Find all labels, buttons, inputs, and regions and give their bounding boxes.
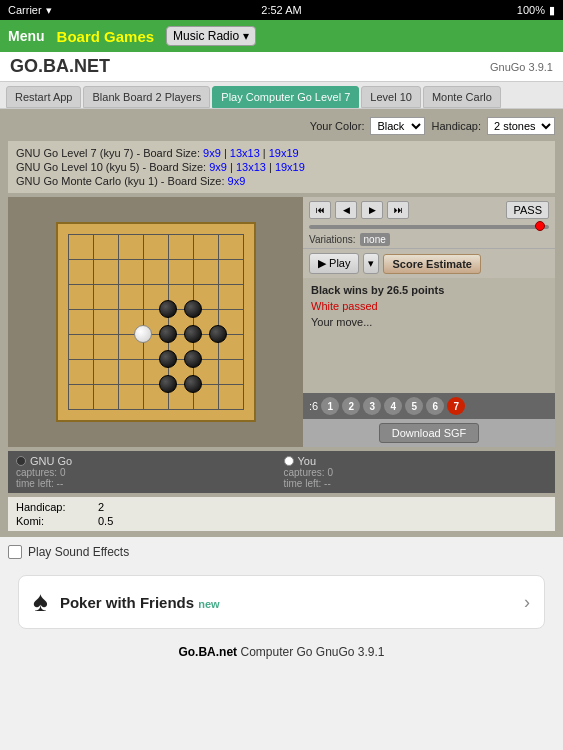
go-board[interactable] bbox=[56, 222, 256, 422]
download-sgf-button[interactable]: Download SGF bbox=[379, 423, 480, 443]
right-panel: ⏮ ◀ ▶ ⏭ PASS Variations: none ▶ Play bbox=[303, 197, 555, 447]
sound-effects-label: Play Sound Effects bbox=[28, 545, 129, 559]
mc-9x9[interactable]: 9x9 bbox=[228, 175, 246, 187]
below-game: Play Sound Effects ♠ Poker with Friends … bbox=[0, 537, 563, 637]
your-color-label: Your Color: bbox=[310, 120, 365, 132]
carrier-label: Carrier bbox=[8, 4, 42, 16]
tab-play-computer[interactable]: Play Computer Go Level 7 bbox=[212, 86, 359, 108]
play-dropdown-button[interactable]: ▾ bbox=[363, 253, 379, 274]
black-stone bbox=[184, 300, 202, 318]
black-stone bbox=[159, 300, 177, 318]
menu-button[interactable]: Menu bbox=[8, 28, 45, 44]
move-num-5[interactable]: 5 bbox=[405, 397, 423, 415]
move-num-4[interactable]: 4 bbox=[384, 397, 402, 415]
player-gnu-panel: GNU Go captures: 0 time left: -- bbox=[16, 455, 280, 489]
footer: Go.BA.net Computer Go GnuGo 3.9.1 bbox=[0, 637, 563, 667]
game-info: Black wins by 26.5 points White passed Y… bbox=[303, 278, 555, 393]
new-badge: new bbox=[198, 598, 219, 610]
move-num-1[interactable]: 1 bbox=[321, 397, 339, 415]
black-stone bbox=[184, 325, 202, 343]
slider-row bbox=[303, 223, 555, 231]
tab-level-10[interactable]: Level 10 bbox=[361, 86, 421, 108]
play-button[interactable]: ▶ Play bbox=[309, 253, 359, 274]
level7-9x9[interactable]: 9x9 bbox=[203, 147, 224, 159]
level7-19x19[interactable]: 19x19 bbox=[269, 147, 299, 159]
level10-9x9[interactable]: 9x9 bbox=[209, 161, 230, 173]
handicap-label: Handicap: bbox=[431, 120, 481, 132]
footer-bold: Go.BA.net bbox=[178, 645, 237, 659]
site-title: GO.BA.NET bbox=[10, 56, 110, 77]
pass-button[interactable]: PASS bbox=[506, 201, 549, 219]
level7-text: GNU Go Level 7 (kyu 7) - Board Size: bbox=[16, 147, 200, 159]
level10-19x19[interactable]: 19x19 bbox=[275, 161, 305, 173]
white-passed-text: White passed bbox=[311, 300, 547, 312]
white-stone bbox=[134, 325, 152, 343]
playback-controls: ⏮ ◀ ▶ ⏭ PASS bbox=[303, 197, 555, 223]
version-label: GnuGo 3.9.1 bbox=[490, 61, 553, 73]
move-colon: :6 bbox=[309, 400, 318, 412]
black-stone bbox=[159, 350, 177, 368]
your-move-text: Your move... bbox=[311, 316, 547, 328]
move-num-3[interactable]: 3 bbox=[363, 397, 381, 415]
black-wins-text: Black wins by 26.5 points bbox=[311, 284, 547, 296]
move-number-bar: :6 1 2 3 4 5 6 7 bbox=[303, 393, 555, 419]
tab-bar: Restart App Blank Board 2 Players Play C… bbox=[0, 82, 563, 109]
tab-blank-board[interactable]: Blank Board 2 Players bbox=[83, 86, 210, 108]
tab-monte-carlo[interactable]: Monte Carlo bbox=[423, 86, 501, 108]
grid-line bbox=[218, 234, 219, 410]
position-slider[interactable] bbox=[309, 225, 549, 229]
black-stone bbox=[184, 375, 202, 393]
level7-13x13[interactable]: 13x13 bbox=[230, 147, 263, 159]
poker-ad-banner[interactable]: ♠ Poker with Friends new › bbox=[18, 575, 545, 629]
grid-line bbox=[93, 234, 94, 410]
poker-ad-title: Poker with Friends new bbox=[60, 594, 512, 611]
grid-line bbox=[243, 234, 244, 410]
battery-icon: ▮ bbox=[549, 4, 555, 17]
color-select[interactable]: Black White bbox=[370, 117, 425, 135]
black-stone bbox=[209, 325, 227, 343]
footer-text: Computer Go GnuGo 3.9.1 bbox=[240, 645, 384, 659]
gnu-captures: captures: 0 bbox=[16, 467, 280, 478]
you-time-left: time left: -- bbox=[284, 478, 548, 489]
black-stone bbox=[159, 375, 177, 393]
music-radio-label: Music Radio bbox=[173, 29, 239, 43]
komi-stat-value: 0.5 bbox=[98, 515, 148, 527]
arrow-icon: › bbox=[524, 592, 530, 613]
next-move-button[interactable]: ▶ bbox=[361, 201, 383, 219]
app-header: GO.BA.NET GnuGo 3.9.1 bbox=[0, 52, 563, 82]
move-num-7[interactable]: 7 bbox=[447, 397, 465, 415]
sound-effects-row: Play Sound Effects bbox=[8, 545, 555, 559]
spade-icon: ♠ bbox=[33, 586, 48, 618]
mc-text: GNU Go Monte Carlo (kyu 1) - Board Size: bbox=[16, 175, 224, 187]
last-move-button[interactable]: ⏭ bbox=[387, 201, 409, 219]
signal-icon: ▾ bbox=[46, 4, 52, 17]
level10-13x13[interactable]: 13x13 bbox=[236, 161, 269, 173]
grid-line bbox=[143, 234, 144, 410]
player-you-panel: You captures: 0 time left: -- bbox=[284, 455, 548, 489]
gnu-time-left: time left: -- bbox=[16, 478, 280, 489]
move-num-2[interactable]: 2 bbox=[342, 397, 360, 415]
slider-thumb bbox=[535, 221, 545, 231]
play-row: ▶ Play ▾ Score Estimate bbox=[303, 249, 555, 278]
music-radio-button[interactable]: Music Radio ▾ bbox=[166, 26, 256, 46]
gnu-color-dot bbox=[16, 456, 26, 466]
you-captures: captures: 0 bbox=[284, 467, 548, 478]
handicap-stat-value: 2 bbox=[98, 501, 148, 513]
variations-label: Variations: bbox=[309, 234, 356, 245]
player-info-bar: GNU Go captures: 0 time left: -- You cap… bbox=[8, 451, 555, 493]
first-move-button[interactable]: ⏮ bbox=[309, 201, 331, 219]
move-num-6[interactable]: 6 bbox=[426, 397, 444, 415]
komi-stat-label: Komi: bbox=[16, 515, 96, 527]
handicap-komi-panel: Handicap: 2 Komi: 0.5 bbox=[8, 497, 555, 531]
level10-text: GNU Go Level 10 (kyu 5) - Board Size: bbox=[16, 161, 206, 173]
sound-effects-checkbox[interactable] bbox=[8, 545, 22, 559]
handicap-select[interactable]: 2 stones none 3 stones bbox=[487, 117, 555, 135]
variations-row: Variations: none bbox=[303, 231, 555, 249]
tab-restart-app[interactable]: Restart App bbox=[6, 86, 81, 108]
score-estimate-button[interactable]: Score Estimate bbox=[383, 254, 480, 274]
main-content: Your Color: Black White Handicap: 2 ston… bbox=[0, 109, 563, 537]
time-display: 2:52 AM bbox=[261, 4, 301, 16]
prev-move-button[interactable]: ◀ bbox=[335, 201, 357, 219]
play-label: ▶ Play bbox=[318, 257, 350, 270]
game-area: ⏮ ◀ ▶ ⏭ PASS Variations: none ▶ Play bbox=[8, 197, 555, 447]
